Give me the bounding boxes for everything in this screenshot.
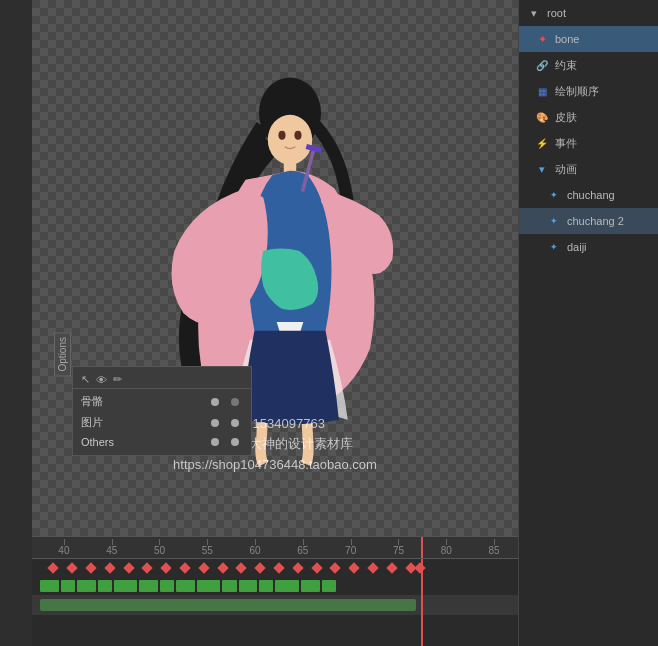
options-image-dot2[interactable] [231,419,239,427]
playhead-line [421,559,423,646]
keyframe-diamond[interactable] [198,562,209,573]
options-row-image[interactable]: 图片 [73,412,251,433]
keyframe-diamond[interactable] [161,562,172,573]
right-panel-item-animation[interactable]: ▾ 动画 [519,156,658,182]
green-bar [176,580,195,592]
options-image-dot1[interactable] [211,419,219,427]
right-panel-item-draw-order[interactable]: ▦ 绘制顺序 [519,78,658,104]
options-row-bone[interactable]: 骨骼 [73,391,251,412]
options-others-dot2[interactable] [231,438,239,446]
options-bone-dot2[interactable] [231,398,239,406]
green-bar [160,580,174,592]
options-bone-label: 骨骼 [81,394,203,409]
ruler-mark-45: 45 [88,545,136,556]
ruler-playhead [421,537,423,558]
daiji-label: daiji [567,241,587,253]
chuchang-label: chuchang [567,189,615,201]
timeline-bar [40,599,416,611]
main-layout: QQ: 1534097763 淘宝店：大神的设计素材库 https://shop… [0,0,658,646]
keyframe-diamond[interactable] [311,562,322,573]
keyframe-diamond[interactable] [67,562,78,573]
bone-label: bone [555,33,579,45]
keyframe-diamond[interactable] [292,562,303,573]
keyframe-diamond[interactable] [123,562,134,573]
ruler-mark-80: 80 [422,545,470,556]
keyframe-diamond[interactable] [349,562,360,573]
right-panel-item-constraint[interactable]: 🔗 约束 [519,52,658,78]
ruler-mark-60: 60 [231,545,279,556]
keyframe-diamond[interactable] [217,562,228,573]
event-label: 事件 [555,136,577,151]
right-panel-item-skin[interactable]: 🎨 皮肤 [519,104,658,130]
green-bar [301,580,320,592]
options-tab-label[interactable]: Options [54,332,71,376]
options-bone-dot1[interactable] [211,398,219,406]
keyframe-diamond[interactable] [330,562,341,573]
options-others-dot1[interactable] [211,438,219,446]
left-panel [0,0,32,646]
constraint-icon: 🔗 [535,58,549,72]
ruler-marks: 40 45 50 55 60 65 70 75 80 85 [32,545,518,556]
options-image-label: 图片 [81,415,203,430]
ruler-mark-55: 55 [183,545,231,556]
green-bar [322,580,336,592]
root-label: root [547,7,566,19]
keyframe-diamond[interactable] [85,562,96,573]
canvas-area[interactable]: QQ: 1534097763 淘宝店：大神的设计素材库 https://shop… [32,0,518,536]
chuchang2-icon: ✦ [547,214,561,228]
constraint-label: 约束 [555,58,577,73]
green-bar [197,580,221,592]
keyframe-row-green[interactable] [32,577,518,595]
green-bar [239,580,258,592]
center-area: QQ: 1534097763 淘宝店：大神的设计素材库 https://shop… [32,0,518,646]
keyframe-diamond[interactable] [179,562,190,573]
right-panel-item-chuchang2[interactable]: ✦ chuchang 2 [519,208,658,234]
options-row-others[interactable]: Others [73,433,251,451]
right-panel-item-event[interactable]: ⚡ 事件 [519,130,658,156]
right-panel-item-root[interactable]: ▾ root [519,0,658,26]
chuchang-icon: ✦ [547,188,561,202]
svg-point-1 [268,115,312,165]
green-bar [40,580,59,592]
right-panel-item-chuchang[interactable]: ✦ chuchang [519,182,658,208]
options-panel-header: ↖ 👁 ✏ [73,371,251,389]
svg-point-2 [278,131,285,140]
animation-expand-icon: ▾ [535,162,549,176]
pencil-icon: ✏ [113,373,122,386]
green-bar [259,580,273,592]
options-panel: ↖ 👁 ✏ 骨骼 图片 Others [72,366,252,456]
keyframe-diamond[interactable] [367,562,378,573]
right-panel-item-daiji[interactable]: ✦ daiji [519,234,658,260]
draw-order-label: 绘制顺序 [555,84,599,99]
skin-label: 皮肤 [555,110,577,125]
ruler-mark-40: 40 [40,545,88,556]
event-icon: ⚡ [535,136,549,150]
keyframe-diamond[interactable] [255,562,266,573]
timeline-area[interactable]: 40 45 50 55 60 65 70 75 80 85 [32,536,518,646]
ruler-mark-65: 65 [279,545,327,556]
keyframe-row-1[interactable] [32,559,518,577]
keyframe-diamond[interactable] [48,562,59,573]
green-bar [275,580,299,592]
svg-point-3 [294,131,301,140]
keyframe-diamond[interactable] [236,562,247,573]
bone-icon: ✦ [535,32,549,46]
green-bar [98,580,112,592]
draw-order-icon: ▦ [535,84,549,98]
green-bar [61,580,75,592]
keyframe-row-2[interactable] [32,595,518,615]
timeline-ruler: 40 45 50 55 60 65 70 75 80 85 [32,537,518,559]
animation-label: 动画 [555,162,577,177]
keyframe-diamond[interactable] [104,562,115,573]
ruler-mark-70: 70 [327,545,375,556]
keyframe-diamond[interactable] [273,562,284,573]
skin-icon: 🎨 [535,110,549,124]
keyframe-diamond[interactable] [142,562,153,573]
cursor-icon: ↖ [81,373,90,386]
timeline-tracks[interactable] [32,559,518,646]
keyframe-diamond[interactable] [386,562,397,573]
right-panel-item-bone[interactable]: ✦ bone [519,26,658,52]
green-bar [114,580,138,592]
options-others-label: Others [81,436,203,448]
green-bar [77,580,96,592]
